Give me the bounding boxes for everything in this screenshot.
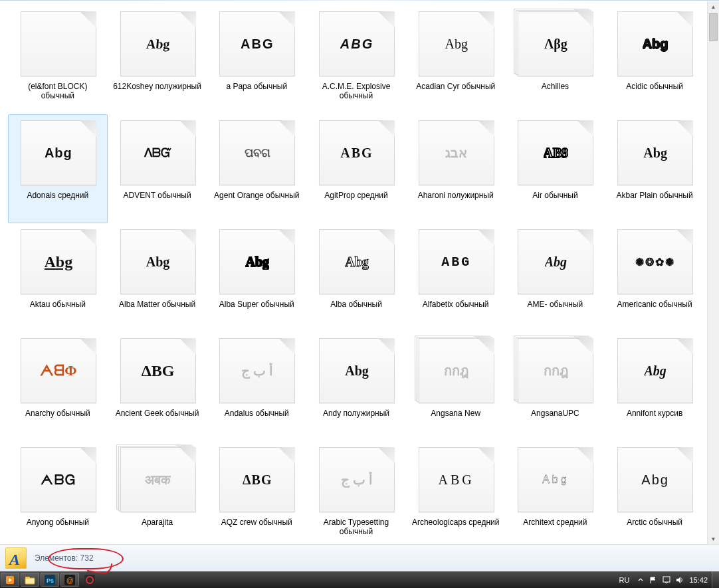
- font-preview-text: กกฎ: [544, 360, 568, 381]
- tray-action-center-icon[interactable]: [663, 576, 670, 584]
- font-item[interactable]: אבגAharoni полужирный: [406, 114, 506, 223]
- font-item[interactable]: AbgAcadian Cyr обычный: [406, 5, 506, 114]
- svg-text:@: @: [66, 576, 74, 584]
- font-item-label: Acadian Cyr обычный: [416, 82, 495, 91]
- font-item-label: 612Koshey полужирный: [113, 82, 201, 91]
- font-item[interactable]: AbgAndy полужирный: [306, 332, 406, 441]
- taskbar-app-explorer[interactable]: [21, 573, 39, 587]
- font-item[interactable]: أ ب جAndalus обычный: [207, 332, 306, 441]
- font-preview-text: Abg: [345, 363, 369, 379]
- font-item[interactable]: AbgAlba обычный: [306, 223, 406, 332]
- font-thumbnail: Abg: [612, 118, 697, 188]
- svg-text:Ps: Ps: [47, 577, 54, 584]
- file-pane[interactable]: (el&font BLOCK) обычныйAbg612Koshey полу…: [0, 1, 719, 545]
- font-item[interactable]: ABGA.C.M.E. Explosive обычный: [306, 5, 406, 114]
- font-item-label: Akbar Plain обычный: [617, 191, 693, 200]
- font-item[interactable]: AbgArchitext средний: [506, 441, 605, 545]
- font-thumbnail: Abg: [314, 227, 399, 297]
- scroll-down-button[interactable]: ▼: [708, 534, 719, 545]
- font-thumbnail: ପବଗ: [214, 118, 299, 188]
- font-item-label: Archeologicaps средний: [412, 518, 500, 527]
- font-item[interactable]: AbgAlba Matter обычный: [108, 223, 207, 332]
- font-item-label: Anarchy обычный: [25, 409, 90, 418]
- font-thumbnail: Abg: [115, 227, 200, 297]
- taskbar-app-media-player[interactable]: [1, 573, 19, 587]
- font-item[interactable]: AB9Air обычный: [506, 114, 605, 223]
- font-preview-text: ΔBG: [142, 362, 175, 380]
- font-item[interactable]: ABGAgitProp средний: [306, 114, 406, 223]
- system-tray[interactable]: RU 15:42: [613, 576, 712, 584]
- font-item[interactable]: ପବଗAgent Orange обычный: [207, 114, 306, 223]
- tray-clock[interactable]: 15:42: [689, 576, 708, 584]
- taskbar[interactable]: Ps @ RU 15:42: [0, 571, 719, 588]
- font-item[interactable]: AbgAlba Super обычный: [207, 223, 306, 332]
- font-item[interactable]: ᐱᗷᏳADVENT обычный: [108, 114, 207, 223]
- font-preview-text: Abg: [45, 146, 72, 161]
- font-item[interactable]: ✺❂✿✺Americanic обычный: [605, 223, 704, 332]
- font-item[interactable]: أ ب جArabic Typesetting обычный: [306, 441, 406, 545]
- font-preview-text: ᗅᗷᏀ: [41, 472, 76, 488]
- font-item[interactable]: (el&font BLOCK) обычный: [8, 5, 108, 114]
- font-thumbnail: ᐱᗷᏳ: [115, 118, 200, 188]
- font-item-label: (el&font BLOCK) обычный: [11, 82, 104, 100]
- font-item[interactable]: ΔBGAncient Geek обычный: [108, 332, 207, 441]
- taskbar-app-generic[interactable]: [80, 573, 99, 587]
- font-item-label: Anyong обычный: [27, 518, 89, 527]
- font-item-label: Andy полужирный: [323, 409, 389, 418]
- font-item-label: Achilles: [542, 82, 569, 91]
- font-item-label: Annifont курсив: [627, 409, 682, 418]
- font-preview-text: ABG: [241, 37, 274, 52]
- font-item-label: Aktau обычный: [30, 300, 86, 309]
- font-item[interactable]: ABGArcheologicaps средний: [406, 441, 506, 545]
- svg-marker-11: [676, 577, 680, 583]
- font-item-label: A.C.M.E. Explosive обычный: [310, 82, 403, 100]
- language-indicator[interactable]: RU: [617, 576, 633, 584]
- font-preview-text: Abg: [542, 474, 569, 486]
- font-item[interactable]: ΛβgAchilles: [506, 5, 605, 114]
- font-item[interactable]: AbgAME- обычный: [506, 223, 605, 332]
- font-item-label: Architext средний: [523, 518, 587, 527]
- font-preview-text: ABG: [340, 146, 373, 161]
- status-count: 732: [80, 553, 94, 563]
- font-item[interactable]: กกฎAngsana New: [406, 332, 506, 441]
- font-preview-text: Abg: [641, 472, 669, 488]
- font-preview-text: ΔBG: [243, 472, 272, 488]
- tray-volume-icon[interactable]: [676, 576, 684, 584]
- taskbar-app-photoshop[interactable]: Ps: [41, 573, 59, 587]
- font-thumbnail: Abg: [413, 9, 498, 79]
- font-item[interactable]: AbgAnnifont курсив: [605, 332, 704, 441]
- show-desktop-button[interactable]: [712, 571, 719, 588]
- font-item-label: AngsanaUPC: [531, 409, 579, 418]
- font-item[interactable]: ABGAlfabetix обычный: [406, 223, 506, 332]
- font-item[interactable]: ΔBGAQZ crew обычный: [207, 441, 306, 545]
- font-item[interactable]: ᗅᗺΦAnarchy обычный: [8, 332, 108, 441]
- font-item-label: Adonais средний: [27, 191, 88, 200]
- font-thumbnail: أ ب ج: [214, 336, 299, 406]
- font-preview-text: Abg: [643, 146, 667, 161]
- font-item[interactable]: AbgAkbar Plain обычный: [605, 114, 704, 223]
- font-item-label: Americanic обычный: [617, 300, 692, 309]
- font-preview-text: Abg: [146, 37, 170, 52]
- scroll-thumb[interactable]: [709, 13, 718, 41]
- font-item[interactable]: Abg612Koshey полужирный: [108, 5, 207, 114]
- font-thumbnail: กกฎ: [512, 336, 597, 406]
- font-item-label: Andalus обычный: [225, 409, 289, 418]
- tray-chevron-icon[interactable]: [637, 577, 644, 583]
- font-item[interactable]: กกฎAngsanaUPC: [506, 332, 605, 441]
- tray-flag-icon[interactable]: [649, 576, 657, 584]
- taskbar-app-mail[interactable]: @: [60, 573, 79, 587]
- font-thumbnail: ΔBG: [115, 336, 200, 406]
- font-item[interactable]: AbgAktau обычный: [8, 223, 108, 332]
- font-item-label: Agent Orange обычный: [214, 191, 299, 200]
- font-item[interactable]: AbgAcidic обычный: [605, 5, 704, 114]
- font-thumbnail: Λβg: [512, 9, 597, 79]
- font-preview-text: Abg: [644, 363, 666, 379]
- scroll-up-button[interactable]: ▲: [708, 1, 719, 13]
- svg-rect-2: [25, 578, 35, 584]
- font-item[interactable]: अबकAparajita: [108, 441, 207, 545]
- font-item[interactable]: ABGa Papa обычный: [207, 5, 306, 114]
- font-item[interactable]: ᗅᗷᏀAnyong обычный: [8, 441, 108, 545]
- font-item[interactable]: AbgAdonais средний: [8, 114, 108, 223]
- vertical-scrollbar[interactable]: ▲ ▼: [707, 1, 719, 545]
- font-item[interactable]: AbgArctic обычный: [605, 441, 704, 545]
